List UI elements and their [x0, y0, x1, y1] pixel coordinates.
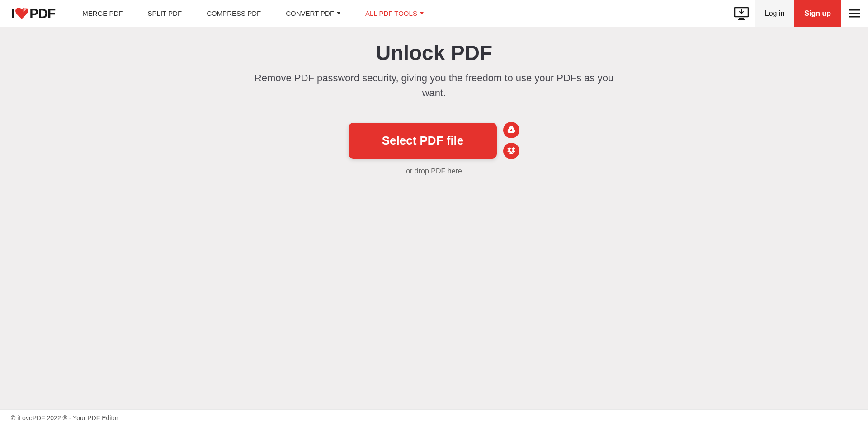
logo[interactable]: I PDF	[11, 6, 55, 21]
main-content: Unlock PDF Remove PDF password security,…	[0, 27, 868, 175]
header-right: Log in Sign up	[728, 0, 868, 27]
main-nav: MERGE PDF SPLIT PDF COMPRESS PDF CONVERT…	[82, 9, 424, 17]
heart-icon	[15, 8, 28, 19]
google-drive-button[interactable]	[503, 122, 519, 138]
svg-rect-5	[849, 16, 860, 18]
hamburger-icon	[849, 9, 860, 18]
caret-down-icon	[337, 12, 340, 14]
login-button[interactable]: Log in	[755, 0, 795, 27]
nav-merge[interactable]: MERGE PDF	[82, 9, 123, 17]
nav-convert-label: CONVERT PDF	[286, 9, 334, 17]
dropbox-icon	[507, 147, 515, 154]
login-label: Log in	[765, 9, 785, 18]
nav-merge-label: MERGE PDF	[82, 9, 123, 17]
nav-convert[interactable]: CONVERT PDF	[286, 9, 340, 17]
signup-button[interactable]: Sign up	[794, 0, 841, 27]
desktop-download-button[interactable]	[728, 0, 755, 27]
svg-rect-2	[738, 19, 745, 20]
svg-rect-3	[849, 9, 860, 11]
nav-split[interactable]: SPLIT PDF	[148, 9, 182, 17]
svg-rect-1	[739, 18, 744, 19]
nav-all-tools-label: ALL PDF TOOLS	[365, 9, 417, 17]
nav-compress-label: COMPRESS PDF	[207, 9, 261, 17]
cloud-buttons	[503, 122, 519, 159]
main-header: I PDF MERGE PDF SPLIT PDF COMPRESS PDF C…	[0, 0, 868, 27]
google-drive-icon	[507, 126, 515, 134]
logo-prefix: I	[11, 6, 14, 21]
page-subtitle: Remove PDF password security, giving you…	[249, 70, 619, 100]
nav-compress[interactable]: COMPRESS PDF	[207, 9, 261, 17]
upload-area: Select PDF file	[349, 122, 520, 159]
desktop-download-icon	[734, 7, 749, 20]
signup-label: Sign up	[804, 9, 831, 18]
svg-rect-4	[849, 13, 860, 14]
menu-button[interactable]	[841, 0, 868, 27]
nav-split-label: SPLIT PDF	[148, 9, 182, 17]
nav-all-tools[interactable]: ALL PDF TOOLS	[365, 9, 424, 17]
drop-hint: or drop PDF here	[406, 167, 462, 175]
page-title: Unlock PDF	[376, 41, 492, 65]
dropbox-button[interactable]	[503, 143, 519, 159]
footer-text: © iLovePDF 2022 ® - Your PDF Editor	[11, 414, 118, 421]
logo-suffix: PDF	[29, 6, 55, 21]
select-file-button[interactable]: Select PDF file	[349, 123, 497, 159]
footer: © iLovePDF 2022 ® - Your PDF Editor	[0, 409, 868, 426]
caret-down-icon	[420, 12, 424, 14]
select-file-label: Select PDF file	[382, 134, 464, 147]
